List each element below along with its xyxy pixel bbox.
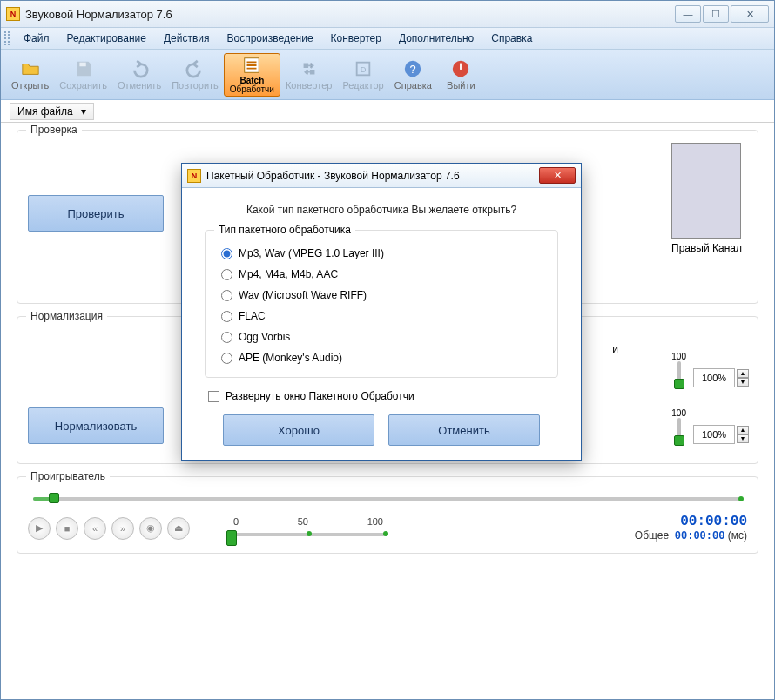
tool-open-label: Открыть [11,80,49,91]
loop-button[interactable]: ◉ [139,517,162,540]
scale-50: 50 [298,516,308,527]
spinner-2-input[interactable] [693,425,735,444]
spinner-2[interactable]: ▲▼ [693,425,749,444]
spinner-1-down[interactable]: ▼ [737,378,749,387]
column-filename-label: Имя файла [17,105,73,118]
tool-batch-sublabel: Обработчи [230,85,274,94]
help-icon: ? [403,59,422,78]
column-filename[interactable]: Имя файла ▾ [10,103,94,120]
scale-thumb[interactable] [226,530,237,546]
menu-actions[interactable]: Действия [155,30,219,47]
normalize-button-label: Нормализовать [55,420,137,433]
tool-editor[interactable]: D Редактор [337,53,388,97]
tool-batch[interactable]: Batch Обработчи [224,53,280,97]
vslider-2[interactable]: 100 [671,408,686,444]
tool-redo-label: Повторить [172,80,219,91]
radio-ogg-label: Ogg Vorbis [239,331,290,343]
vslider-1-label: 100 [671,352,686,361]
redo-icon [185,59,205,78]
radio-flac-label: FLAC [239,310,266,322]
group-player: Проигрыватель ▶ ■ « » ◉ ⏏ 0 50 100 [17,476,758,554]
tool-exit[interactable]: Выйти [437,53,485,97]
slider-row-1: 100 ▲▼ [671,352,749,387]
dialog-ok-button[interactable]: Хорошо [223,414,374,446]
tool-converter-label: Конвертер [286,80,332,91]
expand-window-label: Развернуть окно Пакетного Обработчи [226,390,414,402]
minimize-button[interactable]: — [675,5,701,23]
play-button[interactable]: ▶ [28,517,51,540]
dialog-cancel-button[interactable]: Отменить [388,414,540,446]
menu-extra[interactable]: Дополнительно [390,30,482,47]
check-button[interactable]: Проверить [28,195,164,232]
open-icon [21,59,40,78]
expand-window-checkbox[interactable]: Развернуть окно Пакетного Обработчи [205,390,558,402]
tool-editor-label: Редактор [342,80,383,91]
time-total-label: Общее [635,529,669,542]
app-icon: N [6,7,20,21]
time-elapsed: 00:00:00 [635,514,747,529]
menu-edit[interactable]: Редактирование [58,30,155,47]
dialog-close-button[interactable]: ✕ [539,167,576,184]
channel-label: Правый Канал [671,242,742,254]
tool-undo-label: Отменить [118,80,161,91]
channel-preview [671,143,741,239]
exit-icon [451,59,470,78]
spinner-2-up[interactable]: ▲ [737,426,749,434]
next-button[interactable]: » [111,517,134,540]
tool-exit-label: Выйти [447,80,475,91]
tool-open[interactable]: Открыть [6,53,54,97]
editor-icon: D [354,59,373,78]
seek-slider[interactable] [33,493,742,505]
vslider-1[interactable]: 100 [671,352,686,387]
group-player-title: Проигрыватель [26,470,110,482]
svg-text:?: ? [410,62,416,75]
batch-dialog: N Пакетный Обработчик - Звуковой Нормали… [181,163,582,461]
radio-wav-label: Wav (Microsoft Wave RIFF) [239,289,367,301]
menubar-grip [4,31,10,45]
position-scale[interactable]: 0 50 100 [230,516,387,541]
stop-button[interactable]: ■ [56,517,78,540]
radio-mp4[interactable]: Mp4, M4a, M4b, AAC [219,264,543,285]
dialog-cancel-label: Отменить [438,424,489,437]
tool-save[interactable]: Сохранить [54,53,112,97]
dialog-icon: N [187,169,201,183]
radio-ogg[interactable]: Ogg Vorbis [219,326,543,347]
tool-converter[interactable]: Конвертер [280,53,337,97]
window-title: Звуковой Нормализатор 7.6 [25,8,675,21]
maximize-button[interactable]: ☐ [703,5,729,23]
time-unit: (мс) [728,529,747,542]
close-button[interactable]: ✕ [731,5,769,23]
radio-wav[interactable]: Wav (Microsoft Wave RIFF) [219,285,543,306]
file-header-row: Имя файла ▾ [1,100,774,123]
spinner-2-down[interactable]: ▼ [737,434,749,443]
dropdown-arrow-icon: ▾ [81,105,86,118]
eject-button[interactable]: ⏏ [167,517,190,540]
spinner-1-up[interactable]: ▲ [737,369,749,378]
prev-button[interactable]: « [84,517,106,540]
tool-help[interactable]: ? Справка [389,53,437,97]
radio-flac[interactable]: FLAC [219,306,543,326]
tool-batch-label: Batch [230,77,274,85]
radio-ape[interactable]: APE (Monkey's Audio) [219,347,543,368]
time-total: 00:00:00 [675,530,725,542]
toolbar: Открыть Сохранить Отменить Повторить Bat… [1,50,774,100]
spinner-1-input[interactable] [693,368,735,387]
batch-icon [242,56,261,75]
svg-rect-0 [79,62,85,66]
menu-file[interactable]: Файл [15,30,58,47]
tool-undo[interactable]: Отменить [112,53,166,97]
tool-help-label: Справка [394,80,432,91]
menu-converter[interactable]: Конвертер [322,30,390,47]
menu-playback[interactable]: Воспроизведение [219,30,322,47]
spinner-1[interactable]: ▲▼ [693,368,749,387]
radio-mp3wav-label: Mp3, Wav (MPEG 1.0 Layer III) [239,247,384,259]
menu-help[interactable]: Справка [482,30,541,47]
tool-redo[interactable]: Повторить [166,53,224,97]
radio-mp3wav[interactable]: Mp3, Wav (MPEG 1.0 Layer III) [219,243,543,264]
save-icon [74,59,93,78]
dialog-titlebar: N Пакетный Обработчик - Звуковой Нормали… [182,164,581,188]
norm-header-fragment: и [612,343,618,355]
tool-save-label: Сохранить [59,80,107,91]
normalize-button[interactable]: Нормализовать [28,407,164,444]
main-window: N Звуковой Нормализатор 7.6 — ☐ ✕ Файл Р… [0,0,775,700]
